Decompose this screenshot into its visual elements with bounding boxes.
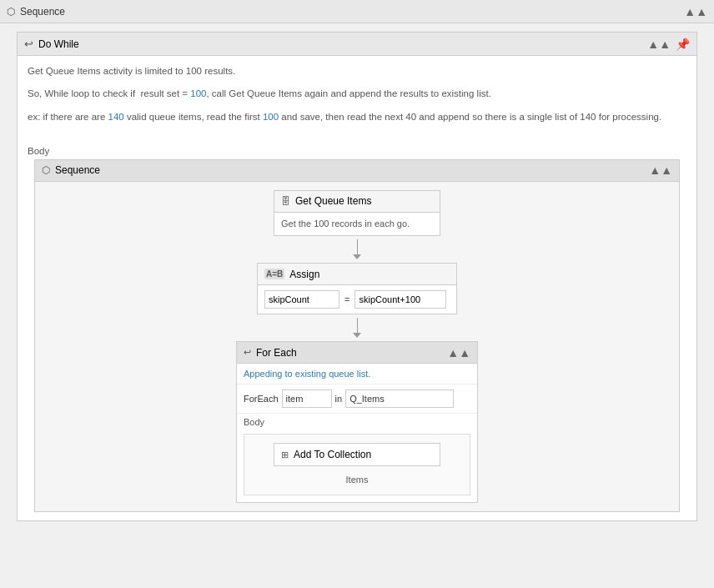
get-queue-items-header: 🗄 Get Queue Items [274,191,440,213]
assign-icon: A=B [264,269,284,279]
queue-icon: 🗄 [281,196,290,206]
do-while-title: Do While [38,38,79,50]
comment-line2: So, While loop to check if result set = … [28,87,686,101]
add-to-collection-box[interactable]: ⊞ Add To Collection [274,443,440,466]
comment-line1: Get Queue Items activity is limited to 1… [28,64,686,78]
foreach-collection-field[interactable]: Q_Items [345,389,454,408]
get-queue-items-box[interactable]: 🗄 Get Queue Items Get the 100 records in… [274,190,440,236]
inner-sequence-container: ⬡ Sequence ▲▲ 🗄 Get Queue Items Ge [34,159,680,512]
pin-icon: 📌 [676,38,690,51]
do-while-container: ↩ Do While ▲▲ 📌 Get Queue Items activity… [17,32,697,521]
assign-body: skipCount = skipCount+100 [258,285,456,314]
inner-sequence-icon: ⬡ [42,164,50,176]
for-each-container: ↩ For Each ▲▲ Appeding to existing queue… [236,341,478,503]
assign-left-field[interactable]: skipCount [264,290,339,309]
top-collapse-button[interactable]: ▲▲ [684,6,707,18]
collection-icon: ⊞ [281,450,289,460]
foreach-in-keyword: in [335,394,343,404]
sequence-icon: ⬡ [7,6,15,18]
assign-equals: = [343,294,351,304]
top-bar-title: Sequence [20,6,65,18]
inner-sequence-title: Sequence [55,164,100,176]
do-while-collapse-button[interactable]: ▲▲ [647,38,671,51]
inner-sequence-header[interactable]: ⬡ Sequence ▲▲ [35,160,679,182]
get-queue-items-title: Get Queue Items [295,195,371,207]
arrow-1 [353,239,361,259]
for-each-body-content: ⊞ Add To Collection Items [244,434,470,495]
for-each-header[interactable]: ↩ For Each ▲▲ [237,342,477,364]
assign-box[interactable]: A=B Assign skipCount = skipCount+100 [257,263,457,314]
assign-title: Assign [289,269,319,280]
comment-line3: ex: if there are are 140 valid queue ite… [28,110,686,124]
assign-right-field[interactable]: skipCount+100 [354,290,446,309]
content-area: ↩ Do While ▲▲ 📌 Get Queue Items activity… [0,23,714,588]
do-while-body: Get Queue Items activity is limited to 1… [18,56,696,141]
top-sequence-bar: ⬡ Sequence ▲▲ [0,0,714,23]
for-each-icon: ↩ [244,347,251,358]
get-queue-items-body: Get the 100 records in each go. [274,213,440,235]
do-while-body-label: Body [18,141,696,159]
add-to-collection-label: Add To Collection [294,449,371,460]
for-each-body-label: Body [237,414,477,430]
for-each-config: ForEach item in Q_Items [237,384,477,414]
do-while-icon: ↩ [24,38,33,50]
for-each-title: For Each [256,347,297,359]
arrow-2 [353,318,361,338]
do-while-header[interactable]: ↩ Do While ▲▲ 📌 [18,33,696,56]
inner-sequence-collapse-button[interactable]: ▲▲ [649,163,672,177]
foreach-item-field[interactable]: item [282,389,332,408]
inner-sequence-body: 🗄 Get Queue Items Get the 100 records in… [35,182,679,511]
assign-header: A=B Assign [258,264,456,285]
items-label: Items [346,473,369,486]
for-each-comment: Appeding to existing queue list. [237,364,477,384]
for-each-collapse-button[interactable]: ▲▲ [447,346,470,359]
foreach-keyword: ForEach [244,394,279,404]
